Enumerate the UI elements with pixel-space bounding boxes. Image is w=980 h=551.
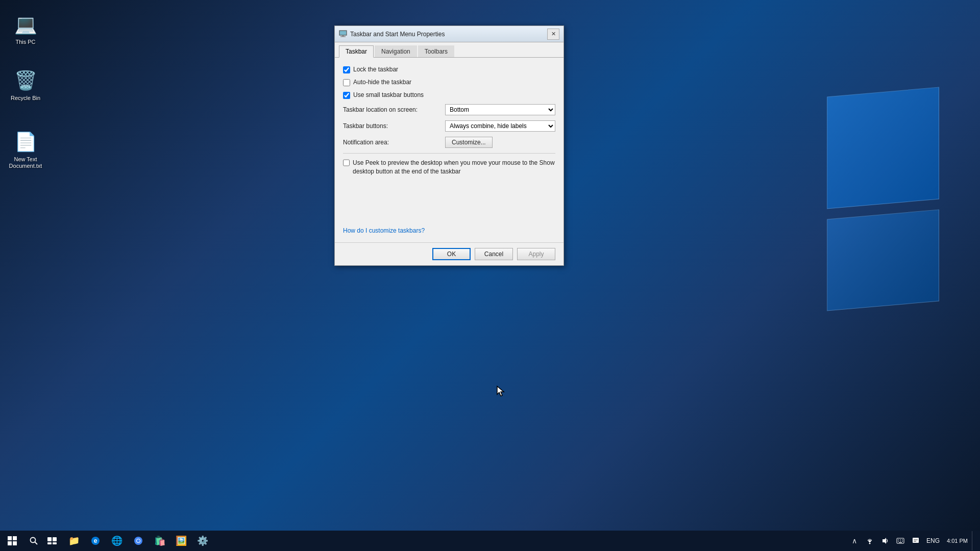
tab-toolbars[interactable]: Toolbars xyxy=(418,45,454,57)
svg-line-9 xyxy=(35,542,38,545)
taskbar-app-settings-pinned[interactable]: ⚙️ xyxy=(192,531,213,550)
tray-keyboard[interactable] xyxy=(893,531,908,550)
svg-point-8 xyxy=(31,538,36,543)
taskbar-app-chrome[interactable] xyxy=(128,531,149,550)
this-pc-icon: 💻 xyxy=(13,12,38,37)
ok-button[interactable]: OK xyxy=(432,248,471,260)
svg-rect-5 xyxy=(13,536,17,540)
tray-chevron[interactable]: ∧ xyxy=(847,531,862,550)
win-pane-1 xyxy=(827,87,939,209)
svg-rect-13 xyxy=(53,542,57,544)
divider xyxy=(343,153,555,154)
customize-button[interactable]: Customize... xyxy=(445,137,493,148)
auto-hide-label: Auto-hide the taskbar xyxy=(353,79,411,86)
taskbar-location-label: Taskbar location on screen: xyxy=(343,106,445,113)
taskbar-location-select[interactable]: Bottom Top Left Right xyxy=(445,104,555,115)
tray-volume[interactable] xyxy=(877,531,893,550)
tray-language[interactable]: ENG xyxy=(923,537,943,544)
clock-time: 4:01 PM xyxy=(947,537,968,544)
taskbar-clock[interactable]: 4:01 PM xyxy=(943,537,972,544)
svg-rect-2 xyxy=(340,36,346,37)
taskbar-apps: 📁 e 🌐 🛍️ 🖼️ ⚙️ xyxy=(61,531,843,550)
taskbar-search-button[interactable] xyxy=(24,532,43,550)
use-peek-label: Use Peek to preview the desktop when you… xyxy=(353,159,555,176)
tray-wifi[interactable] xyxy=(862,531,877,550)
desktop: 💻 This PC 🗑️ Recycle Bin 📄 New Text Docu… xyxy=(0,0,980,531)
small-buttons-checkbox[interactable] xyxy=(343,92,350,99)
svg-rect-11 xyxy=(53,537,57,541)
svg-rect-6 xyxy=(8,541,12,545)
tab-taskbar[interactable]: Taskbar xyxy=(339,45,374,58)
svg-point-18 xyxy=(137,539,140,542)
lock-taskbar-checkbox[interactable] xyxy=(343,66,350,73)
desktop-icon-new-text-doc[interactable]: 📄 New Text Document.txt xyxy=(5,128,46,171)
tray-notifications[interactable] xyxy=(908,531,923,550)
desktop-icon-this-pc[interactable]: 💻 This PC xyxy=(5,10,46,47)
svg-rect-12 xyxy=(47,542,52,544)
svg-rect-4 xyxy=(8,536,12,540)
taskbar-properties-dialog: Taskbar and Start Menu Properties ✕ Task… xyxy=(334,26,564,266)
dialog-close-button[interactable]: ✕ xyxy=(547,29,559,40)
dialog-footer: OK Cancel Apply xyxy=(335,242,564,265)
svg-rect-29 xyxy=(913,538,919,543)
small-buttons-row: Use small taskbar buttons xyxy=(343,91,555,99)
recycle-bin-icon: 🗑️ xyxy=(13,68,38,93)
dialog-title-icon xyxy=(339,30,347,38)
taskbar-buttons-select[interactable]: Always combine, hide labels Combine when… xyxy=(445,120,555,132)
use-peek-checkbox[interactable] xyxy=(343,159,350,166)
taskbar-buttons-row: Taskbar buttons: Always combine, hide la… xyxy=(343,120,555,132)
svg-rect-0 xyxy=(339,31,347,35)
system-tray: ∧ xyxy=(843,531,980,550)
recycle-bin-label: Recycle Bin xyxy=(11,95,40,102)
svg-rect-7 xyxy=(13,541,17,545)
dialog-title-text: Taskbar and Start Menu Properties xyxy=(350,31,547,38)
notification-area-row: Notification area: Customize... xyxy=(343,137,555,148)
taskbar-app-ie[interactable]: 🌐 xyxy=(107,531,127,550)
auto-hide-checkbox[interactable] xyxy=(343,79,350,86)
notification-area-label: Notification area: xyxy=(343,139,445,146)
win-pane-2 xyxy=(827,209,939,311)
taskbar-app-photos[interactable]: 🖼️ xyxy=(171,531,191,550)
lock-taskbar-row: Lock the taskbar xyxy=(343,66,555,73)
dialog-content: Lock the taskbar Auto-hide the taskbar U… xyxy=(335,58,564,242)
start-button[interactable] xyxy=(0,531,24,551)
mouse-cursor xyxy=(496,385,506,399)
svg-point-19 xyxy=(869,543,871,544)
svg-marker-20 xyxy=(883,538,886,544)
taskview-button[interactable] xyxy=(43,532,61,550)
taskbar: 📁 e 🌐 🛍️ 🖼️ ⚙️ ∧ xyxy=(0,531,980,551)
this-pc-label: This PC xyxy=(15,39,35,45)
taskbar-app-edge[interactable]: e xyxy=(85,531,106,550)
taskbar-app-file-explorer[interactable]: 📁 xyxy=(64,531,84,550)
peek-row: Use Peek to preview the desktop when you… xyxy=(343,159,555,176)
tab-navigation[interactable]: Navigation xyxy=(375,45,417,57)
svg-text:e: e xyxy=(94,537,97,544)
win-logo-decoration xyxy=(786,0,980,306)
taskbar-buttons-label: Taskbar buttons: xyxy=(343,122,445,130)
help-link[interactable]: How do I customize taskbars? xyxy=(343,227,555,234)
svg-rect-10 xyxy=(47,537,52,541)
taskbar-location-row: Taskbar location on screen: Bottom Top L… xyxy=(343,104,555,115)
small-buttons-label: Use small taskbar buttons xyxy=(353,91,424,98)
dialog-titlebar: Taskbar and Start Menu Properties ✕ xyxy=(335,26,564,42)
lock-taskbar-label: Lock the taskbar xyxy=(353,66,398,73)
desktop-icon-recycle-bin[interactable]: 🗑️ Recycle Bin xyxy=(5,66,46,104)
apply-button[interactable]: Apply xyxy=(517,248,555,260)
auto-hide-row: Auto-hide the taskbar xyxy=(343,79,555,86)
svg-marker-3 xyxy=(497,386,504,396)
dialog-tabs: Taskbar Navigation Toolbars xyxy=(335,42,564,58)
new-text-doc-label: New Text Document.txt xyxy=(9,156,42,169)
taskbar-app-store[interactable]: 🛍️ xyxy=(150,531,170,550)
new-text-doc-icon: 📄 xyxy=(13,130,38,154)
cancel-button[interactable]: Cancel xyxy=(475,248,513,260)
show-desktop-button[interactable] xyxy=(972,531,976,550)
